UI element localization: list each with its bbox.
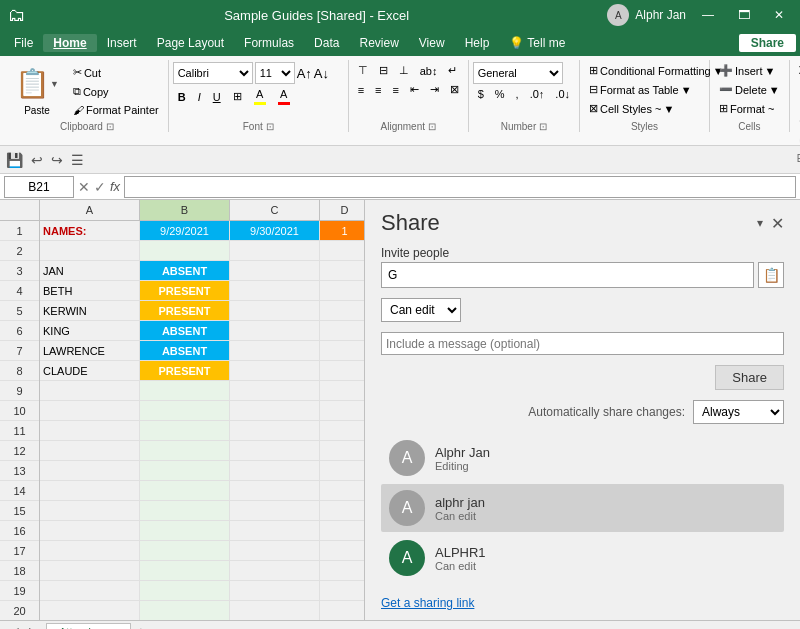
cell-cancel-btn[interactable]: ✕ [78, 179, 90, 195]
menu-review[interactable]: Review [349, 34, 408, 52]
font-color-button[interactable]: A [273, 86, 295, 107]
cell-C1[interactable]: 9/30/2021 [230, 221, 320, 240]
comma-btn[interactable]: , [511, 86, 524, 102]
invite-input[interactable] [381, 262, 754, 288]
font-name-select[interactable]: Calibri [173, 62, 253, 84]
find-select-btn[interactable]: 🔍 ▼ [794, 134, 800, 151]
share-action-btn[interactable]: Share [715, 365, 784, 390]
align-left-btn[interactable]: ≡ [353, 81, 369, 98]
conditional-formatting-btn[interactable]: ⊞ Conditional Formatting ▼ [584, 62, 705, 79]
menu-help[interactable]: Help [455, 34, 500, 52]
format-painter-button[interactable]: 🖌 Format Painter [68, 102, 164, 118]
clear-btn[interactable]: 🗑 ▼ [794, 99, 800, 115]
cell-D1[interactable]: 1 [320, 221, 364, 240]
italic-button[interactable]: I [193, 89, 206, 105]
underline-button[interactable]: U [208, 89, 226, 105]
col-header-A[interactable]: A [40, 200, 140, 220]
delete-btn[interactable]: ➖ Delete ▼ [714, 81, 785, 98]
maximize-btn[interactable]: 🗖 [730, 8, 758, 22]
autosum-btn[interactable]: Σ ▼ [794, 62, 800, 78]
cell-B8[interactable]: PRESENT [140, 361, 230, 380]
cell-C7[interactable] [230, 341, 320, 360]
menu-page-layout[interactable]: Page Layout [147, 34, 234, 52]
cell-C3[interactable] [230, 261, 320, 280]
menu-formulas[interactable]: Formulas [234, 34, 304, 52]
decrease-font-btn[interactable]: A↓ [314, 66, 329, 81]
cell-A2[interactable] [40, 241, 140, 260]
cell-B6[interactable]: ABSENT [140, 321, 230, 340]
format-as-table-btn[interactable]: ⊟ Format as Table ▼ [584, 81, 705, 98]
menu-tell-me[interactable]: 💡 Tell me [499, 34, 575, 52]
save-quick-btn[interactable]: 💾 [4, 150, 25, 170]
list-item[interactable]: A alphr jan Can edit [381, 484, 784, 532]
cell-styles-btn[interactable]: ⊠ Cell Styles ~ ▼ [584, 100, 705, 117]
menu-file[interactable]: File [4, 34, 43, 52]
cell-B7[interactable]: ABSENT [140, 341, 230, 360]
cut-button[interactable]: ✂ Cut [68, 64, 164, 81]
menu-view[interactable]: View [409, 34, 455, 52]
font-expand[interactable]: ⊡ [266, 121, 274, 132]
menu-home[interactable]: Home [43, 34, 96, 52]
indent-increase-btn[interactable]: ⇥ [425, 81, 444, 98]
fill-btn[interactable]: ⬇ ▼ [794, 80, 800, 97]
tab-nav-right-btn[interactable]: ▶ [25, 624, 44, 630]
align-middle-btn[interactable]: ⊟ [374, 62, 393, 79]
insert-btn[interactable]: ➕ Insert ▼ [714, 62, 785, 79]
cell-A3[interactable]: JAN [40, 261, 140, 280]
increase-font-btn[interactable]: A↑ [297, 66, 312, 81]
number-expand[interactable]: ⊡ [539, 121, 547, 132]
col-header-B[interactable]: B [140, 200, 230, 220]
percent-btn[interactable]: % [490, 86, 510, 102]
paste-button[interactable]: 📋 ▼ [10, 64, 64, 103]
bold-button[interactable]: B [173, 89, 191, 105]
clipboard-expand[interactable]: ⊡ [106, 121, 114, 132]
menu-insert[interactable]: Insert [97, 34, 147, 52]
formula-input[interactable] [124, 176, 796, 198]
share-panel-collapse-btn[interactable]: ▾ [757, 216, 763, 230]
cell-B4[interactable]: PRESENT [140, 281, 230, 300]
merge-btn[interactable]: ⊠ [445, 81, 464, 98]
copy-button[interactable]: ⧉ Copy [68, 83, 164, 100]
font-size-select[interactable]: 11 [255, 62, 295, 84]
cell-B3[interactable]: ABSENT [140, 261, 230, 280]
minimize-btn[interactable]: — [694, 8, 722, 22]
alignment-expand[interactable]: ⊡ [428, 121, 436, 132]
cell-B2[interactable] [140, 241, 230, 260]
fill-color-button[interactable]: A [249, 86, 271, 107]
address-book-btn[interactable]: 📋 [758, 262, 784, 288]
align-right-btn[interactable]: ≡ [388, 81, 404, 98]
cell-C2[interactable] [230, 241, 320, 260]
cell-A8[interactable]: CLAUDE [40, 361, 140, 380]
cell-D8[interactable] [320, 361, 364, 380]
sharing-link[interactable]: Get a sharing link [381, 596, 784, 610]
align-top-btn[interactable]: ⊤ [353, 62, 373, 79]
cell-A1[interactable]: NAMES: [40, 221, 140, 240]
cell-A4[interactable]: BETH [40, 281, 140, 300]
sort-filter-btn[interactable]: ⇅ ▼ [794, 115, 800, 132]
cell-D2[interactable] [320, 241, 364, 260]
col-header-C[interactable]: C [230, 200, 320, 220]
grid[interactable]: NAMES: 9/29/2021 9/30/2021 1 JAN [40, 221, 364, 620]
tab-nav-left-btn[interactable]: ◀ [4, 624, 23, 630]
number-format-select[interactable]: General [473, 62, 563, 84]
align-bottom-btn[interactable]: ⊥ [394, 62, 414, 79]
cell-B5[interactable]: PRESENT [140, 301, 230, 320]
decimal-dec-btn[interactable]: .0↓ [550, 86, 575, 102]
touch-mode-btn[interactable]: ☰ [69, 150, 86, 170]
cell-D3[interactable] [320, 261, 364, 280]
format-btn[interactable]: ⊞ Format ~ [714, 100, 785, 117]
share-panel-close-btn[interactable]: ✕ [771, 214, 784, 233]
wrap-text-btn[interactable]: ↵ [443, 62, 462, 79]
cell-C4[interactable] [230, 281, 320, 300]
cell-D4[interactable] [320, 281, 364, 300]
cell-D7[interactable] [320, 341, 364, 360]
cell-A7[interactable]: LAWRENCE [40, 341, 140, 360]
indent-decrease-btn[interactable]: ⇤ [405, 81, 424, 98]
cell-C5[interactable] [230, 301, 320, 320]
share-button[interactable]: Share [739, 34, 796, 52]
border-button[interactable]: ⊞ [228, 88, 247, 105]
undo-btn[interactable]: ↩ [29, 150, 45, 170]
cell-D6[interactable] [320, 321, 364, 340]
add-tab-btn[interactable]: + [133, 624, 149, 630]
decimal-inc-btn[interactable]: .0↑ [525, 86, 550, 102]
